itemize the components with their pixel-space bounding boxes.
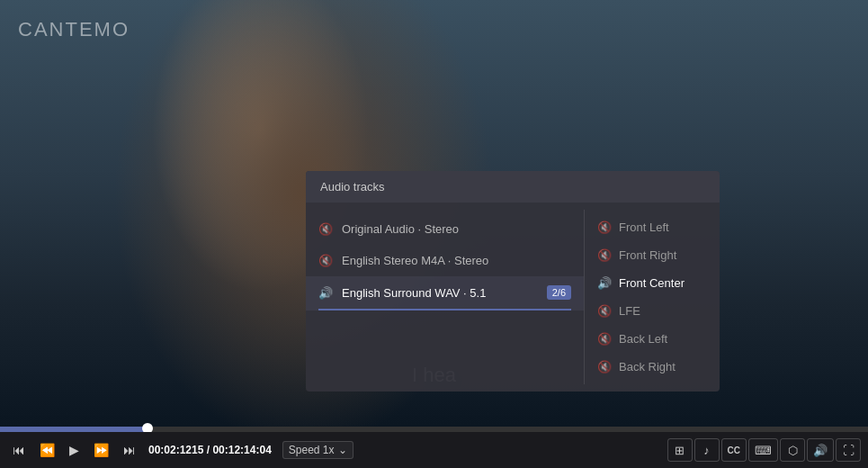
speaker-icon-3 bbox=[318, 286, 333, 300]
channel-front-left[interactable]: Front Left bbox=[585, 213, 720, 241]
track-item-wrapper-2: English Stereo M4A · Stereo bbox=[306, 245, 584, 276]
audio-button[interactable]: ♪ bbox=[694, 438, 720, 462]
ch-speaker-icon-1 bbox=[597, 220, 612, 234]
track-english-surround[interactable]: English Surround WAV · 5.1 2/6 bbox=[306, 276, 584, 309]
ch-speaker-icon-2 bbox=[597, 248, 612, 262]
track-list: Original Audio · Stereo English Stereo M… bbox=[306, 210, 585, 384]
channel-lfe[interactable]: LFE bbox=[585, 297, 720, 325]
channel-label-front-center: Front Center bbox=[619, 276, 685, 290]
speed-label: Speed bbox=[289, 444, 320, 456]
ch-speaker-icon-5 bbox=[597, 332, 612, 346]
time-current-bold: 15 bbox=[192, 444, 203, 456]
speed-control[interactable]: Speed 1x ⌄ bbox=[282, 441, 353, 459]
ch-speaker-icon-6 bbox=[597, 360, 612, 374]
track-badge-3: 2/6 bbox=[547, 285, 571, 300]
time-current: 00:02:12 bbox=[148, 444, 192, 456]
right-controls: ⊞ ♪ CC ⌨ ⬡ 🔊 ⛶ bbox=[667, 438, 861, 462]
time-separator: / bbox=[203, 444, 212, 456]
channel-label-back-right: Back Right bbox=[619, 360, 676, 374]
audio-panel-header: Audio tracks bbox=[306, 171, 720, 202]
volume-button[interactable]: 🔊 bbox=[807, 438, 834, 462]
channel-label-lfe: LFE bbox=[619, 304, 640, 318]
keyboard-button[interactable]: ⌨ bbox=[748, 438, 778, 462]
channel-front-center[interactable]: Front Center bbox=[585, 269, 720, 297]
audio-panel-body: Original Audio · Stereo English Stereo M… bbox=[306, 202, 720, 392]
chapters-button[interactable]: ⊞ bbox=[667, 438, 693, 462]
watermark: CANTEMO bbox=[18, 18, 130, 41]
track-label-2: English Stereo M4A · Stereo bbox=[342, 254, 488, 267]
track-progress-bar bbox=[318, 309, 571, 310]
speaker-muted-icon-1 bbox=[318, 222, 333, 236]
channel-front-right[interactable]: Front Right bbox=[585, 241, 720, 269]
time-display: 00:02:1215 / 00:12:14:04 bbox=[148, 444, 272, 456]
channel-label-back-left: Back Left bbox=[619, 332, 667, 346]
rewind-button[interactable]: ⏪ bbox=[34, 439, 60, 461]
audio-tracks-panel: Audio tracks Original Audio · Stereo Eng… bbox=[306, 171, 720, 392]
channel-back-right[interactable]: Back Right bbox=[585, 353, 720, 381]
channel-label-front-right: Front Right bbox=[619, 248, 676, 262]
speaker-muted-icon-2 bbox=[318, 254, 333, 267]
skip-back-button[interactable]: ⏮ bbox=[7, 439, 31, 461]
speed-value: 1x bbox=[323, 444, 335, 456]
channel-list: Front Left Front Right Front Center LFE … bbox=[585, 210, 720, 384]
channel-label-front-left: Front Left bbox=[619, 220, 669, 234]
subtitles-button[interactable]: CC bbox=[721, 438, 747, 462]
camera-button[interactable]: ⬡ bbox=[780, 438, 805, 462]
speed-chevron-icon: ⌄ bbox=[338, 444, 347, 456]
track-item-wrapper-1: Original Audio · Stereo bbox=[306, 213, 584, 245]
skip-forward-button[interactable]: ⏭ bbox=[118, 439, 141, 461]
channel-back-left[interactable]: Back Left bbox=[585, 325, 720, 353]
track-label-3: English Surround WAV · 5.1 bbox=[342, 286, 486, 300]
fast-forward-button[interactable]: ⏩ bbox=[88, 439, 114, 461]
track-original-audio[interactable]: Original Audio · Stereo bbox=[306, 213, 584, 245]
controls-bar: ⏮ ⏪ ▶ ⏩ ⏭ 00:02:1215 / 00:12:14:04 Speed… bbox=[0, 432, 868, 468]
time-total: 00:12:14:04 bbox=[212, 444, 271, 456]
fullscreen-button[interactable]: ⛶ bbox=[836, 438, 861, 462]
track-item-wrapper-3: English Surround WAV · 5.1 2/6 bbox=[306, 276, 584, 310]
play-button[interactable]: ▶ bbox=[64, 439, 85, 461]
track-label-1: Original Audio · Stereo bbox=[342, 222, 459, 236]
ch-speaker-icon-4 bbox=[597, 304, 612, 318]
ch-speaker-icon-3 bbox=[597, 276, 612, 290]
track-english-stereo[interactable]: English Stereo M4A · Stereo bbox=[306, 245, 584, 276]
